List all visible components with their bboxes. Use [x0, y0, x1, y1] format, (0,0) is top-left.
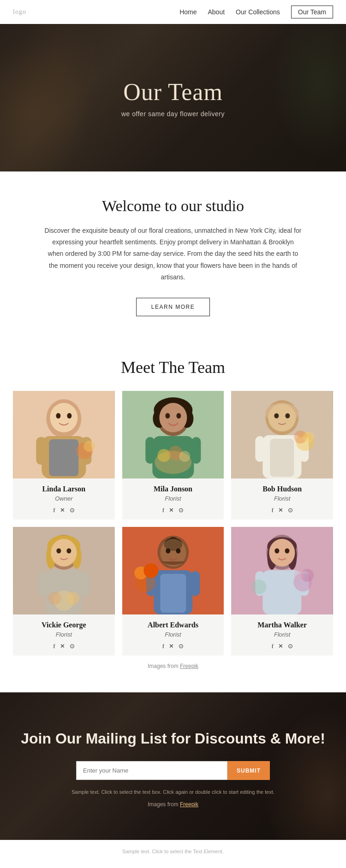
nav-collections[interactable]: Our Collections	[236, 8, 280, 16]
mailing-submit-button[interactable]: SUBMIT	[227, 761, 270, 780]
team-card-martha: Martha Walker Florist f ✕ ⊙	[231, 527, 333, 655]
svg-rect-8	[49, 439, 78, 476]
svg-point-81	[294, 570, 305, 581]
facebook-icon[interactable]: f	[271, 643, 273, 650]
svg-point-45	[56, 548, 61, 553]
svg-point-75	[285, 548, 290, 553]
instagram-icon[interactable]: ⊙	[179, 507, 184, 514]
mailing-sample-text: Sample text. Click to select the text bo…	[18, 789, 328, 795]
team-card-info-mila: Mila Jonson Florist f ✕ ⊙	[122, 478, 224, 520]
nav-our-team[interactable]: Our Team	[291, 6, 333, 18]
svg-point-60	[176, 548, 180, 553]
hero-subtitle: we offer same day flower delivery	[121, 110, 225, 118]
team-card-bob: Bob Hudson Florist f ✕ ⊙	[231, 391, 333, 520]
member-name-linda: Linda Larson	[18, 485, 110, 493]
team-card-albert: Albert Edwards Florist f ✕ ⊙	[122, 527, 224, 655]
team-photo-bob	[231, 391, 333, 478]
facebook-icon[interactable]: f	[271, 507, 273, 514]
svg-rect-21	[191, 437, 201, 464]
social-icons-mila: f ✕ ⊙	[127, 507, 220, 514]
mailing-name-input[interactable]	[76, 761, 227, 780]
member-name-vickie: Vickie George	[18, 621, 110, 629]
team-card-info-albert: Albert Edwards Florist f ✕ ⊙	[122, 614, 224, 655]
instagram-icon[interactable]: ⊙	[70, 507, 75, 514]
studio-body: Discover the exquisite beauty of our flo…	[44, 225, 302, 283]
freepik-link[interactable]: Freepik	[180, 663, 198, 669]
svg-point-51	[48, 592, 61, 605]
mailing-heading: Join Our Mailing List for Discounts & Mo…	[18, 729, 328, 749]
team-card-info-vickie: Vickie George Florist f ✕ ⊙	[13, 614, 115, 655]
svg-point-16	[159, 403, 187, 432]
facebook-icon[interactable]: f	[162, 507, 164, 514]
team-grid: Linda Larson Owner f ✕ ⊙	[13, 391, 333, 655]
svg-point-5	[67, 413, 72, 419]
team-photo-mila	[122, 391, 224, 478]
svg-point-10	[84, 441, 95, 452]
svg-point-29	[268, 404, 296, 431]
svg-point-31	[286, 413, 290, 418]
team-heading: Meet The Team	[13, 358, 333, 377]
facebook-icon[interactable]: f	[53, 643, 55, 650]
team-card-linda: Linda Larson Owner f ✕ ⊙	[13, 391, 115, 520]
member-role-mila: Florist	[127, 495, 220, 502]
twitter-icon[interactable]: ✕	[278, 643, 283, 650]
team-card-img-bob	[231, 391, 333, 478]
svg-point-44	[51, 539, 77, 567]
hero-content: Our Team we offer same day flower delive…	[121, 78, 225, 118]
studio-heading: Welcome to our studio	[37, 197, 309, 215]
social-icons-martha: f ✕ ⊙	[236, 643, 328, 650]
member-name-bob: Bob Hudson	[236, 485, 328, 493]
mailing-freepik-link[interactable]: Freepik	[180, 801, 198, 808]
mailing-image-credit: Images from Freepik	[18, 801, 328, 808]
team-card-info-martha: Martha Walker Florist f ✕ ⊙	[231, 614, 333, 655]
svg-rect-33	[256, 436, 265, 462]
team-card-img-vickie	[13, 527, 115, 614]
team-card-info-bob: Bob Hudson Florist f ✕ ⊙	[231, 478, 333, 520]
svg-rect-63	[191, 571, 200, 596]
social-icons-vickie: f ✕ ⊙	[18, 643, 110, 650]
twitter-icon[interactable]: ✕	[278, 507, 283, 514]
twitter-icon[interactable]: ✕	[169, 507, 174, 514]
studio-section: Welcome to our studio Discover the exqui…	[0, 171, 346, 335]
member-name-albert: Albert Edwards	[127, 621, 220, 629]
svg-point-52	[66, 592, 79, 605]
svg-rect-20	[145, 437, 155, 464]
twitter-icon[interactable]: ✕	[60, 643, 65, 650]
team-section: Meet The Team	[0, 335, 346, 692]
instagram-icon[interactable]: ⊙	[288, 643, 293, 650]
member-role-albert: Florist	[127, 631, 220, 638]
member-role-vickie: Florist	[18, 631, 110, 638]
svg-point-30	[274, 413, 279, 418]
svg-point-17	[165, 413, 170, 419]
twitter-icon[interactable]: ✕	[60, 507, 65, 514]
svg-rect-6	[36, 437, 46, 465]
svg-point-46	[66, 548, 71, 553]
instagram-icon[interactable]: ⊙	[70, 643, 75, 650]
member-role-linda: Owner	[18, 495, 110, 502]
navbar: logo Home About Our Collections Our Team	[0, 0, 346, 24]
svg-point-73	[269, 539, 295, 567]
facebook-icon[interactable]: f	[162, 643, 164, 650]
svg-point-25	[179, 451, 190, 462]
footer-sample-text: Sample text. Click to select the Text El…	[8, 849, 338, 854]
social-icons-bob: f ✕ ⊙	[236, 507, 328, 514]
team-photo-vickie	[13, 527, 115, 614]
footer: Sample text. Click to select the Text El…	[0, 840, 346, 862]
learn-more-button[interactable]: LEARN MORE	[136, 298, 210, 316]
instagram-icon[interactable]: ⊙	[179, 643, 184, 650]
facebook-icon[interactable]: f	[53, 507, 55, 514]
member-name-martha: Martha Walker	[236, 621, 328, 629]
twitter-icon[interactable]: ✕	[169, 643, 174, 650]
nav-about[interactable]: About	[208, 8, 225, 16]
svg-point-67	[143, 563, 158, 578]
team-card-mila: Mila Jonson Florist f ✕ ⊙	[122, 391, 224, 520]
hero-section: Our Team we offer same day flower delive…	[0, 24, 346, 171]
team-card-info-linda: Linda Larson Owner f ✕ ⊙	[13, 478, 115, 520]
nav-home[interactable]: Home	[179, 8, 197, 16]
instagram-icon[interactable]: ⊙	[288, 507, 293, 514]
logo: logo	[13, 8, 26, 16]
mailing-content: Join Our Mailing List for Discounts & Mo…	[18, 729, 328, 808]
svg-point-82	[252, 579, 267, 594]
svg-point-3	[50, 403, 78, 432]
team-photo-martha	[231, 527, 333, 614]
